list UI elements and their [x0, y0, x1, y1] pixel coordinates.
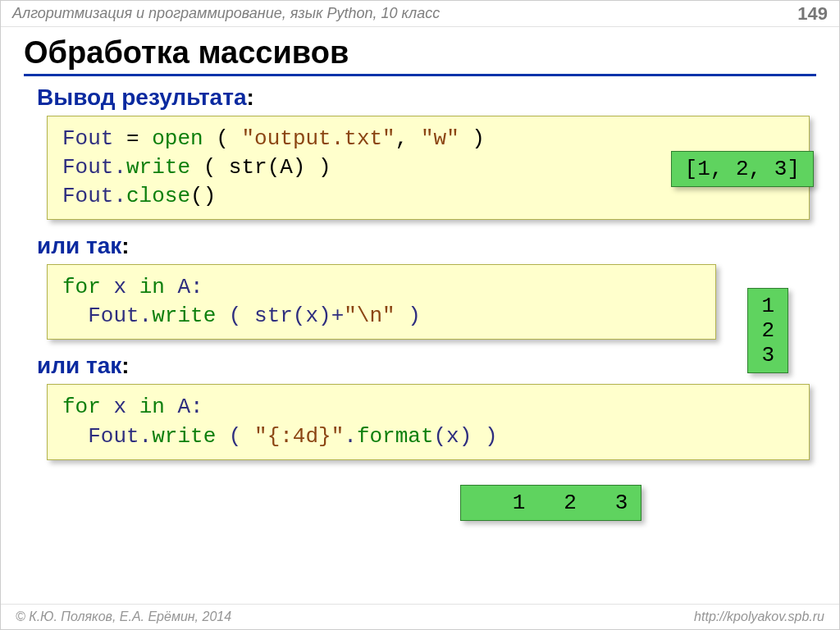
code-line: Fout.write ( str(x)+"\n" )	[62, 302, 701, 331]
token: (	[203, 126, 242, 151]
token: (x) )	[434, 424, 498, 449]
code-line: Fout = open ( "output.txt", "w" )	[62, 125, 794, 153]
token-string: "w"	[421, 126, 459, 151]
token-keyword: in	[139, 275, 165, 299]
token-keyword: for	[62, 395, 101, 419]
token-string: "output.txt"	[241, 126, 395, 151]
token: A:	[165, 395, 203, 419]
colon: :	[121, 233, 129, 258]
colon: :	[246, 84, 253, 110]
token: =	[113, 126, 152, 151]
section-1-heading: Вывод результата:	[37, 84, 839, 111]
footer: © К.Ю. Поляков, Е.А. Ерёмин, 2014 http:/…	[1, 604, 839, 629]
token: x	[101, 395, 139, 419]
token: Fout	[62, 126, 113, 151]
section-3-heading: или так:	[37, 353, 839, 379]
section-2-label: или так	[37, 233, 121, 258]
token: A:	[165, 275, 203, 299]
token-keyword: write	[126, 155, 190, 180]
token: ( str(x)+	[216, 304, 344, 328]
token: ( str(A) )	[190, 155, 331, 180]
code-block-2: for x in A: Fout.write ( str(x)+"\n" )	[47, 264, 716, 340]
page-title: Обработка массивов	[24, 35, 816, 76]
output-panel-2: 1 2 3	[747, 288, 788, 373]
header-bar: Алгоритмизация и программирование, язык …	[1, 1, 839, 27]
token: ,	[395, 126, 421, 151]
page-number: 149	[797, 3, 828, 25]
token: x	[101, 275, 139, 299]
code-block-1: Fout = open ( "output.txt", "w" ) Fout.w…	[47, 116, 810, 220]
output-panel-3: 1 2 3	[460, 485, 641, 521]
token-keyword: for	[62, 275, 101, 299]
token-string: "{:4d}"	[254, 424, 344, 449]
copyright: © К.Ю. Поляков, Е.А. Ерёмин, 2014	[16, 609, 231, 624]
token: )	[459, 126, 485, 151]
token: Fout.	[62, 184, 126, 208]
code-block-3: for x in A: Fout.write ( "{:4d}".format(…	[47, 384, 810, 459]
token: .	[344, 424, 357, 449]
colon: :	[121, 353, 129, 378]
code-line: for x in A:	[62, 273, 701, 302]
footer-link: http://kpolyakov.spb.ru	[694, 609, 824, 624]
token-keyword: in	[139, 395, 165, 419]
token: (	[216, 424, 254, 449]
section-1-label: Вывод результата	[37, 84, 246, 110]
token-keyword: write	[152, 304, 216, 328]
code-line: Fout.write ( "{:4d}".format(x) )	[62, 422, 794, 451]
code-line: for x in A:	[62, 393, 794, 422]
breadcrumb: Алгоритмизация и программирование, язык …	[12, 5, 440, 22]
token-keyword: open	[152, 126, 203, 151]
token: Fout.	[62, 155, 126, 180]
token-keyword: format	[357, 424, 434, 449]
token-keyword: write	[152, 424, 216, 449]
section-3-label: или так	[37, 353, 121, 378]
token-keyword: close	[126, 184, 190, 208]
token: Fout.	[62, 424, 152, 449]
token: )	[395, 304, 421, 328]
output-panel-1: [1, 2, 3]	[671, 151, 814, 187]
token-string: "\n"	[344, 304, 395, 328]
token: ()	[190, 184, 216, 208]
slide: Алгоритмизация и программирование, язык …	[0, 0, 840, 630]
section-2-heading: или так:	[37, 233, 839, 259]
token: Fout.	[62, 304, 152, 328]
